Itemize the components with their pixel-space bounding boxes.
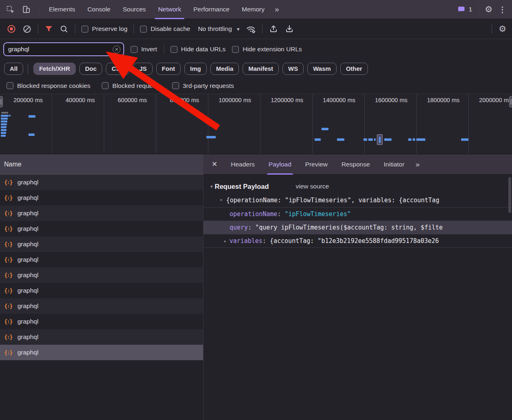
- export-har-icon[interactable]: [284, 24, 294, 34]
- clear-filter-icon[interactable]: ✕: [113, 46, 120, 53]
- request-row[interactable]: {:} graphql: [0, 298, 203, 314]
- request-name: graphql: [18, 210, 39, 217]
- filter-toggle-button[interactable]: [44, 24, 53, 33]
- type-filter-chip[interactable]: Img: [184, 63, 207, 75]
- request-row[interactable]: {:} graphql: [0, 283, 203, 298]
- waterfall-bar: [206, 136, 216, 138]
- timeline-tick-label: 1200000 ms: [260, 94, 313, 154]
- search-icon[interactable]: [59, 24, 69, 34]
- preserve-log-checkbox[interactable]: [81, 26, 88, 33]
- type-filter-chip[interactable]: JS: [133, 63, 152, 75]
- type-filter-chip[interactable]: Other: [340, 63, 368, 75]
- panel-tab[interactable]: Sources: [117, 0, 152, 19]
- blocked-filter-checkbox[interactable]: [172, 82, 179, 89]
- divider: [133, 24, 134, 34]
- request-row[interactable]: {:} graphql: [0, 221, 203, 236]
- type-filter-chip[interactable]: WS: [282, 63, 304, 75]
- request-row[interactable]: {:} graphql: [0, 329, 203, 345]
- request-list: {:} graphql {:} graphql {:} graphql {:} …: [0, 175, 203, 420]
- payload-row-operationname[interactable]: operationName: "ipFlowTimeseries": [203, 207, 512, 221]
- hide-data-urls-checkbox[interactable]: [171, 46, 177, 53]
- collapse-triangle-icon[interactable]: ▾: [210, 184, 213, 189]
- request-row[interactable]: {:} graphql: [0, 190, 203, 206]
- network-settings-gear-icon[interactable]: ⚙: [499, 24, 506, 34]
- chevron-down-icon: ▾: [237, 26, 240, 32]
- hide-data-urls-control: Hide data URLs: [171, 46, 225, 53]
- request-row[interactable]: {:} graphql: [0, 206, 203, 221]
- throttling-value: No throttling: [198, 25, 232, 33]
- clear-network-log-button[interactable]: [22, 24, 32, 34]
- panel-tabs: Elements Console Sources Network Perform…: [43, 0, 271, 19]
- import-har-icon[interactable]: [269, 24, 278, 34]
- json-icon: {:}: [4, 256, 13, 263]
- issues-count: 1: [469, 6, 473, 13]
- request-row[interactable]: {:} graphql: [0, 267, 203, 283]
- request-payload-title: Request Payload: [215, 183, 269, 190]
- type-filter-chip[interactable]: Wasm: [307, 63, 337, 75]
- disable-cache-control: Disable cache: [140, 25, 190, 33]
- request-row[interactable]: {:} graphql: [0, 314, 203, 329]
- panel-tab[interactable]: Elements: [43, 0, 81, 19]
- request-row[interactable]: {:} graphql: [0, 236, 203, 252]
- request-name: graphql: [18, 318, 39, 325]
- detail-tab[interactable]: Response: [335, 154, 377, 175]
- network-overview-timeline[interactable]: 200000 ms 400000 ms 600000 ms 800000 ms …: [0, 94, 512, 154]
- type-filter-chip[interactable]: Font: [156, 63, 181, 75]
- payload-row-variables[interactable]: ▸ variables: {accountTag: "b12e3b2192ee5…: [203, 234, 512, 247]
- detail-tab[interactable]: Payload: [262, 154, 298, 175]
- overview-left-handle[interactable]: [0, 96, 3, 107]
- blocked-filter-checkbox[interactable]: [7, 82, 13, 89]
- devtools-tab-bar: Elements Console Sources Network Perform…: [0, 0, 512, 19]
- detail-tabs: Headers Payload Preview Response: [224, 154, 411, 175]
- inspect-element-icon[interactable]: [6, 5, 15, 14]
- filter-input[interactable]: [4, 46, 123, 53]
- type-filter-chip[interactable]: CSS: [106, 63, 130, 75]
- panel-tab[interactable]: Console: [81, 0, 117, 19]
- panel-tab[interactable]: Memory: [236, 0, 271, 19]
- request-row[interactable]: {:} graphql: [0, 345, 203, 360]
- blocked-filter-checkbox[interactable]: [102, 82, 109, 89]
- device-toolbar-icon[interactable]: [22, 5, 31, 14]
- type-filter-chip[interactable]: Media: [210, 63, 239, 75]
- json-icon: {:}: [4, 179, 13, 186]
- panel-tab[interactable]: Network: [152, 0, 187, 19]
- type-filter-chip[interactable]: Fetch/XHR: [33, 63, 76, 75]
- request-row[interactable]: {:} graphql: [0, 175, 203, 190]
- collapse-triangle-icon[interactable]: ▾: [220, 197, 223, 203]
- detail-tab[interactable]: Initiator: [377, 154, 411, 175]
- expand-triangle-icon[interactable]: ▸: [224, 238, 227, 244]
- disable-cache-checkbox[interactable]: [140, 26, 147, 33]
- payload-preview-row[interactable]: ▾ {operationName: "ipFlowTimeseries", va…: [203, 193, 512, 207]
- payload-row-query[interactable]: query: "query ipFlowTimeseries($accountT…: [203, 221, 512, 234]
- more-detail-tabs-icon[interactable]: »: [411, 160, 423, 169]
- settings-gear-icon[interactable]: ⚙: [485, 4, 492, 14]
- preserve-log-label: Preserve log: [92, 25, 127, 33]
- divider: [38, 4, 39, 15]
- detail-tab[interactable]: Headers: [224, 154, 262, 175]
- request-name: graphql: [18, 271, 39, 279]
- throttling-select[interactable]: No throttling ▾: [198, 25, 239, 33]
- panel-tab[interactable]: Performance: [187, 0, 236, 19]
- invert-checkbox[interactable]: [131, 46, 138, 53]
- issues-counter[interactable]: 1: [457, 5, 473, 14]
- scrollbar-thumb[interactable]: [508, 177, 511, 213]
- close-details-icon[interactable]: ✕: [210, 160, 224, 168]
- more-panels-icon[interactable]: »: [271, 5, 282, 14]
- type-filter-chip[interactable]: All: [4, 63, 23, 75]
- network-conditions-icon[interactable]: [245, 24, 256, 34]
- type-filter-chip[interactable]: Doc: [79, 63, 102, 75]
- json-icon: {:}: [4, 287, 13, 294]
- detail-tab[interactable]: Preview: [298, 154, 335, 175]
- record-button[interactable]: [7, 24, 16, 34]
- name-column-header[interactable]: Name: [0, 154, 203, 175]
- payload-key: variables: [230, 237, 263, 245]
- type-filter-chip[interactable]: Manifest: [243, 63, 279, 75]
- view-source-link[interactable]: view source: [296, 183, 329, 190]
- waterfall-bar: [374, 138, 376, 141]
- menu-kebab-icon[interactable]: ⋮: [499, 5, 506, 14]
- payload-end-divider: [203, 247, 512, 248]
- overview-right-handle[interactable]: [509, 96, 512, 107]
- request-name: graphql: [18, 349, 39, 356]
- hide-extension-urls-checkbox[interactable]: [232, 46, 239, 53]
- request-row[interactable]: {:} graphql: [0, 252, 203, 267]
